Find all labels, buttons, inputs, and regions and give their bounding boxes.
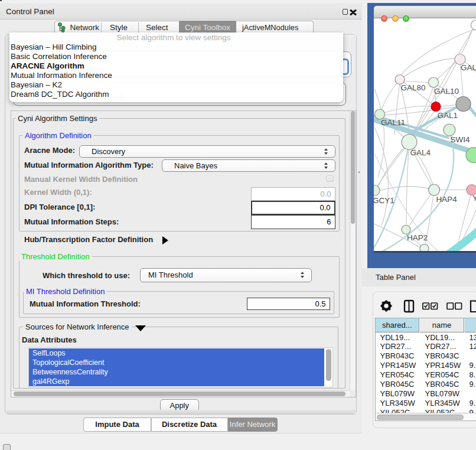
svg-text:GAL7: GAL7 (461, 63, 476, 71)
svg-text:GAL10: GAL10 (434, 87, 459, 96)
svg-text:GAL11: GAL11 (381, 118, 405, 126)
svg-text:HAP2: HAP2 (407, 233, 428, 242)
svg-text:SWI4: SWI4 (451, 135, 470, 144)
svg-text:GAL80: GAL80 (401, 83, 426, 92)
svg-text:Y: Y (472, 193, 476, 202)
svg-text:GAL4: GAL4 (410, 148, 431, 156)
svg-text:GCY1: GCY1 (374, 195, 395, 204)
svg-text:HAP4: HAP4 (436, 194, 458, 203)
svg-text:GAL1: GAL1 (438, 111, 458, 120)
